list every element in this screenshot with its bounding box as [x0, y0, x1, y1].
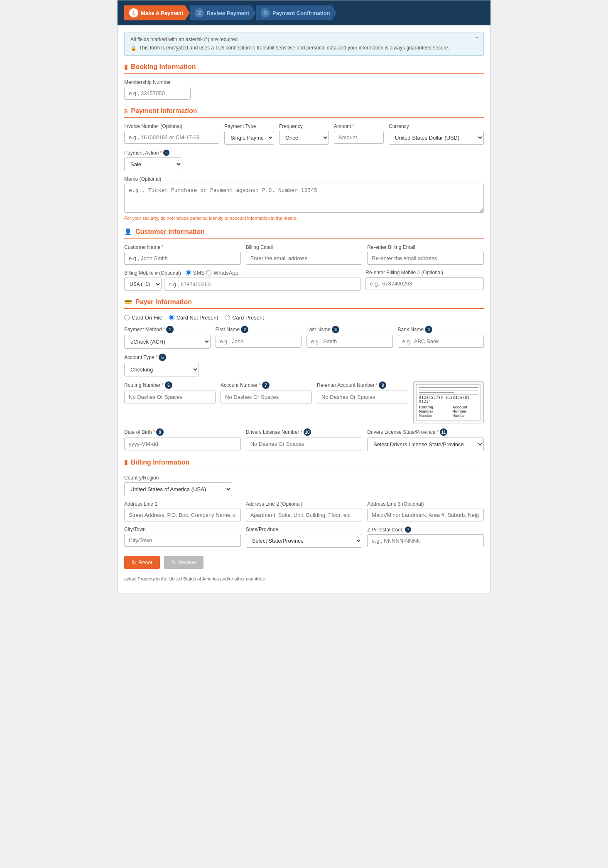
customer-name-label: Customer Name * [124, 244, 241, 250]
account-number-badge: 7 [262, 381, 270, 389]
frequency-select[interactable]: Once Weekly Monthly Annually [279, 131, 329, 145]
card-present-label[interactable]: Card Present [225, 315, 264, 321]
billing-email-re-input[interactable] [367, 252, 484, 265]
dollar-icon: $ [124, 108, 127, 115]
card-not-present-label[interactable]: Card Not Present [169, 315, 218, 321]
zip-tooltip-icon[interactable]: ? [405, 526, 411, 533]
card-on-file-radio[interactable] [124, 315, 130, 320]
action-tooltip-icon[interactable]: ? [163, 150, 169, 156]
membership-input[interactable] [124, 87, 191, 100]
mobile-label: Billing Mobile # (Optional) SMS WhatsApp [124, 270, 360, 276]
addr1-input[interactable] [124, 509, 241, 521]
city-input[interactable] [124, 534, 241, 547]
memo-textarea[interactable] [124, 184, 484, 213]
account-number-re-badge: 8 [379, 381, 386, 389]
payer-title: 💳 Payer Information [124, 298, 484, 309]
currency-select[interactable]: United States Dollar (USD) Euro (EUR) Br… [389, 131, 484, 145]
action-required: * [160, 150, 162, 156]
frequency-label: Frequency [279, 123, 329, 129]
dl-state-badge: 11 [440, 428, 447, 436]
step-1[interactable]: 1 Make A Payment [124, 5, 190, 20]
info-toggle[interactable]: ⌃ [474, 36, 479, 42]
first-name-badge: 2 [241, 326, 248, 333]
dl-state-label: Drivers License State/Province * 11 [367, 428, 484, 436]
dob-input[interactable] [124, 438, 241, 450]
last-name-input[interactable] [306, 335, 393, 348]
card-on-file-label[interactable]: Card On File [124, 315, 162, 321]
customer-row1: Customer Name * Billing Email Re-enter B… [124, 244, 484, 265]
payment-type-select[interactable]: Single Payment Recurring [224, 131, 274, 145]
whatsapp-radio[interactable] [206, 270, 211, 275]
step-2-label: Review Payment [206, 10, 249, 16]
addr3-label: Address Line 3 (Optional) [367, 501, 484, 507]
mobile-re-input[interactable] [365, 277, 484, 290]
billing-email-label: Billing Email [246, 244, 363, 250]
customer-name-input[interactable] [124, 252, 241, 265]
mobile-re-label: Re-enter Billing Mobile # (Optional) [365, 270, 484, 275]
sms-radio[interactable] [186, 270, 191, 275]
payment-action-select[interactable]: Sale Auth Only [124, 157, 182, 171]
amount-label: Amount * [334, 123, 384, 129]
dl-group: Drivers License Number * 10 [246, 428, 363, 451]
first-name-input[interactable] [216, 335, 302, 348]
city-row: City/Town State/Province Select State/Pr… [124, 526, 484, 548]
routing-badge: 6 [165, 381, 172, 389]
billing-email-group: Billing Email [246, 244, 363, 265]
card-present-radio[interactable] [225, 315, 230, 320]
payment-method-badge: 1 [166, 326, 174, 333]
dl-input[interactable] [246, 438, 363, 450]
mobile-input[interactable] [164, 278, 360, 291]
card-not-present-radio[interactable] [169, 315, 174, 320]
routing-label: Routing Number * 6 [124, 381, 216, 389]
step-2[interactable]: 2 Review Payment [190, 5, 256, 20]
billing-email-re-group: Re-enter Billing Email [367, 244, 484, 265]
country-select[interactable]: United States of America (USA) Canada Un… [124, 482, 232, 496]
memo-label: Memo (Optional) [124, 176, 484, 182]
payer-type-radio-group: Card On File Card Not Present Card Prese… [124, 315, 484, 321]
payment-info-row1: Invoice Number (Optional) Payment Type S… [124, 123, 484, 145]
step-1-button[interactable]: 1 Make A Payment [124, 5, 190, 20]
whatsapp-radio-label[interactable]: WhatsApp [206, 270, 238, 276]
addr1-group: Address Line 1 [124, 501, 241, 521]
invoice-group: Invoice Number (Optional) [124, 123, 219, 145]
zip-group: ZIP/Postal Code ? [367, 526, 484, 548]
account-number-re-input[interactable] [317, 391, 408, 403]
zip-input[interactable] [367, 534, 484, 547]
account-type-select[interactable]: Checking Savings [124, 363, 199, 376]
customer-title: 👤 Customer Information [124, 228, 484, 239]
mobile-prefix-select[interactable]: USA (+1) [124, 278, 162, 291]
reset-button[interactable]: ↻ Reset [124, 556, 160, 569]
memo-group: Memo (Optional) For your security, do no… [124, 176, 484, 221]
payment-action-label: Payment Action * ? [124, 150, 182, 156]
account-number-re-label: Re-enter Account Number * 8 [317, 381, 408, 389]
payment-info-title: $ Payment Information [124, 107, 484, 118]
step-3-button[interactable]: 3 Payment Confirmation [256, 5, 337, 20]
sms-radio-label[interactable]: SMS [186, 270, 205, 276]
step-2-button[interactable]: 2 Review Payment [190, 5, 256, 20]
routing-input[interactable] [124, 391, 216, 403]
bank-name-label: Bank Name 4 [398, 326, 484, 333]
routing-row: Routing Number * 6 Account Number * 7 Re… [124, 381, 484, 423]
dl-state-select[interactable]: Select Drivers License State/Province Al… [367, 438, 484, 451]
check-numbers: 0123456789 0123456789 01234 [419, 394, 478, 403]
country-group: Country/Region United States of America … [124, 475, 232, 496]
bank-name-input[interactable] [398, 335, 484, 348]
payment-method-select[interactable]: eCheck (ACH) Credit Card Debit Card [124, 335, 211, 349]
step-3[interactable]: 3 Payment Confirmation [256, 5, 337, 20]
country-label: Country/Region [124, 475, 232, 481]
invoice-input[interactable] [124, 131, 219, 144]
last-name-label: Last Name 3 [306, 326, 393, 333]
billing-icon: ▮ [124, 459, 127, 466]
billing-email-input[interactable] [246, 252, 363, 265]
customer-section: 👤 Customer Information Customer Name * B… [124, 228, 484, 291]
frequency-group: Frequency Once Weekly Monthly Annually [279, 123, 329, 145]
payment-action-row: Payment Action * ? Sale Auth Only [124, 150, 484, 171]
addr3-input[interactable] [367, 509, 484, 521]
addr2-input[interactable] [246, 509, 363, 521]
account-number-input[interactable] [221, 391, 312, 403]
state-select[interactable]: Select State/Province Alabama Alaska Ari… [246, 534, 363, 548]
review-button[interactable]: ✎ Review [164, 556, 203, 569]
state-group: State/Province Select State/Province Ala… [246, 526, 363, 548]
amount-input[interactable] [334, 131, 384, 144]
mobile-row: Billing Mobile # (Optional) SMS WhatsApp… [124, 270, 484, 291]
